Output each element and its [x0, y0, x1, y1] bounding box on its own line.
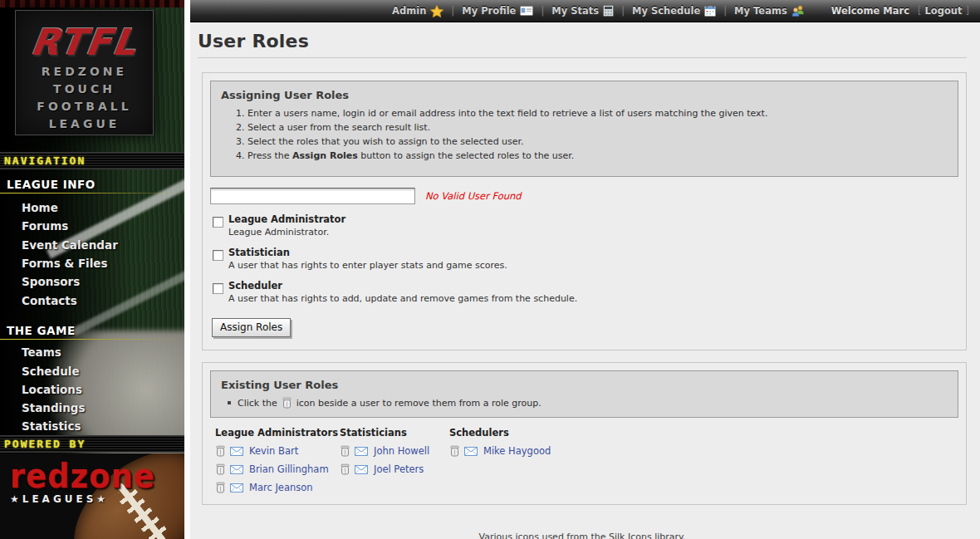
logout-link[interactable]: Logout [924, 5, 962, 17]
topbar: Admin | My Profile | My Stats | [190, 0, 980, 22]
topbar-item-my-teams[interactable]: My Teams [734, 5, 806, 17]
step-text: Enter a users name, login id or email ad… [247, 108, 767, 119]
email-user-envelope-icon[interactable] [230, 465, 243, 474]
sidebar-top-texture [0, 0, 184, 7]
remove-user-trash-icon[interactable] [215, 463, 226, 475]
main-column: Admin | My Profile | My Stats | [184, 0, 980, 539]
topbar-item-label: My Profile [462, 5, 516, 17]
sidebar-item-contacts[interactable]: Contacts [22, 294, 77, 307]
topbar-item-admin[interactable]: Admin [392, 5, 443, 17]
vcard-icon [520, 6, 533, 16]
user-name-link[interactable]: John Howell [374, 445, 429, 457]
title-divider [198, 57, 967, 58]
user-name-link[interactable]: Brian Gillingham [249, 463, 329, 475]
logout-group: [ Logout ] [917, 5, 970, 17]
email-user-envelope-icon[interactable] [355, 465, 368, 474]
user-row: Kevin Bart [215, 445, 340, 457]
remove-user-trash-icon[interactable] [215, 445, 226, 457]
role-name: Statistician [228, 247, 507, 258]
separator: | [451, 5, 454, 17]
logo-line: LEAGUE [16, 115, 153, 133]
footer-credits-icons: Various icons used from the Silk Icons l… [198, 532, 967, 539]
user-row: Brian Gillingham [215, 463, 340, 475]
section-underline [0, 339, 176, 340]
topbar-item-my-schedule[interactable]: My Schedule [632, 5, 716, 17]
hint-text: icon beside a user to remove them from a… [296, 398, 541, 409]
role-description: A user that has rights to enter player s… [228, 260, 507, 271]
user-name-link[interactable]: Kevin Bart [249, 445, 298, 457]
email-user-envelope-icon[interactable] [355, 447, 368, 456]
group-title: League Administrators [215, 427, 340, 439]
step-text: Press the [247, 150, 292, 161]
role-description: A user that has rights to add, update an… [228, 293, 577, 304]
rtfl-logo[interactable]: RTFL REDZONE TOUCH FOOTBALL LEAGUE [15, 10, 154, 135]
remove-user-trash-icon[interactable] [215, 482, 226, 493]
user-name-link[interactable]: Marc Jeanson [249, 482, 313, 493]
topbar-item-my-stats[interactable]: My Stats [551, 5, 614, 17]
sidebar-item-teams[interactable]: Teams [22, 345, 61, 359]
group-statisticians: Statisticians John Howell Joel Peters [340, 427, 449, 493]
role-text: League Administrator League Administrato… [228, 213, 345, 238]
group-schedulers: Schedulers Mike Haygood [449, 427, 958, 493]
powered-by-area: redzone ★LEAGUES★ [0, 453, 184, 539]
sidebar-item-sponsors[interactable]: Sponsors [22, 275, 80, 288]
user-name-link[interactable]: Joel Peters [374, 463, 424, 475]
sidebar-item-forms-files[interactable]: Forms & Files [22, 257, 108, 270]
remove-user-trash-icon[interactable] [340, 445, 350, 457]
user-row: Mike Haygood [449, 445, 958, 457]
existing-roles-box: Existing User Roles Click the icon besid… [210, 370, 958, 418]
assigning-user-roles-panel: Assigning User Roles Enter a users name,… [202, 72, 967, 350]
calendar-icon [704, 5, 716, 17]
user-search-input[interactable] [210, 188, 415, 204]
email-user-envelope-icon[interactable] [230, 447, 243, 456]
bullet-square [228, 401, 231, 404]
sidebar-item-home[interactable]: Home [22, 201, 58, 214]
existing-user-roles-panel: Existing User Roles Click the icon besid… [202, 362, 967, 505]
sidebar-section-league-info: LEAGUE INFO [7, 178, 96, 191]
email-user-envelope-icon[interactable] [464, 447, 478, 456]
sidebar-item-schedule[interactable]: Schedule [22, 365, 80, 378]
group-title: Statisticians [340, 427, 449, 439]
logout-bracket: ] [966, 5, 970, 17]
logo-line: FOOTBALL [16, 98, 153, 115]
topbar-item-label: My Teams [734, 5, 787, 17]
topbar-item-label: My Stats [551, 5, 599, 17]
page-footer: Various icons used from the Silk Icons l… [198, 532, 967, 539]
sidebar-item-locations[interactable]: Locations [22, 383, 82, 396]
role-groups: League Administrators Kevin Bart Brian G… [215, 427, 958, 493]
league-administrator-checkbox[interactable] [213, 217, 223, 228]
sidebar-item-standings[interactable]: Standings [22, 401, 86, 414]
remove-user-trash-icon[interactable] [340, 463, 350, 475]
user-row: John Howell [340, 445, 449, 457]
role-name: Scheduler [228, 280, 577, 292]
separator: | [723, 5, 727, 17]
user-row: Marc Jeanson [215, 482, 340, 493]
remove-user-trash-icon[interactable] [449, 445, 460, 457]
section-underline [0, 193, 176, 194]
redzone-leagues-logo[interactable]: redzone ★LEAGUES★ [10, 458, 155, 505]
role-option-row: Statistician A user that has rights to e… [210, 247, 958, 271]
topbar-item-label: My Schedule [632, 5, 700, 17]
trash-icon [282, 397, 292, 409]
user-row: Joel Peters [340, 463, 449, 475]
logo-line: TOUCH [16, 81, 153, 98]
sidebar-item-forums[interactable]: Forums [22, 219, 68, 233]
welcome-text: Welcome Marc [831, 5, 909, 17]
sidebar-item-event-calendar[interactable]: Event Calendar [22, 238, 118, 252]
assign-roles-button[interactable]: Assign Roles [212, 318, 291, 337]
no-valid-user-status: No Valid User Found [425, 190, 522, 202]
step-text: button to assign the selected roles to t… [358, 150, 575, 161]
topbar-item-my-profile[interactable]: My Profile [462, 5, 533, 17]
step-text-bold: Assign Roles [292, 150, 358, 161]
user-name-link[interactable]: Mike Haygood [483, 445, 551, 457]
scheduler-checkbox[interactable] [213, 283, 223, 294]
existing-box-title: Existing User Roles [221, 379, 948, 391]
user-search-row: No Valid User Found [210, 188, 958, 204]
star-icon [430, 5, 443, 17]
email-user-envelope-icon[interactable] [230, 483, 243, 492]
app-window: RTFL REDZONE TOUCH FOOTBALL LEAGUE NAVIG… [0, 0, 980, 539]
step-text: Select a user from the search result lis… [247, 122, 430, 133]
instruction-steps: Enter a users name, login id or email ad… [247, 109, 948, 161]
statistician-checkbox[interactable] [213, 250, 223, 261]
sidebar-item-statistics[interactable]: Statistics [22, 419, 81, 433]
